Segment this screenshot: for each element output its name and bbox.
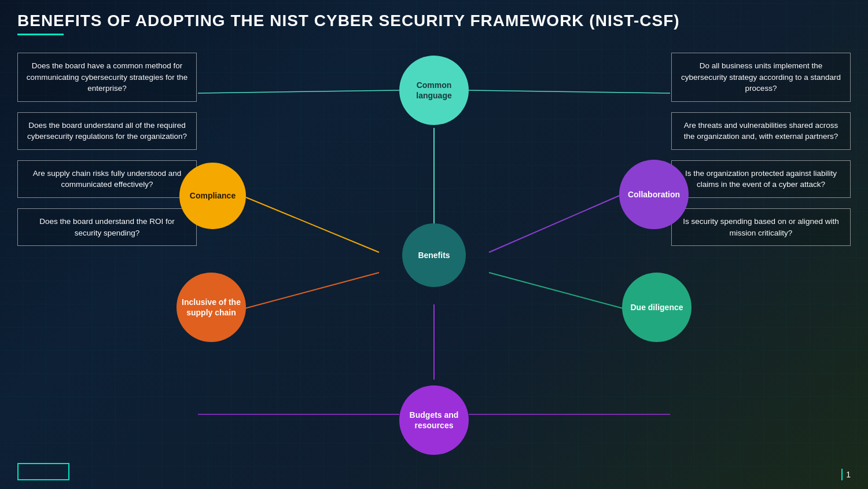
page-number: 1 <box>846 470 851 479</box>
left-question-1: Does the board have a common method for … <box>17 53 197 102</box>
left-question-4: Does the board understand the ROI for se… <box>17 208 197 246</box>
right-question-1: Do all business units implement the cybe… <box>671 53 851 102</box>
right-question-2: Are threats and vulnerabilities shared a… <box>671 112 851 150</box>
right-question-3: Is the organization protected against li… <box>671 160 851 198</box>
due-diligence-circle: Due diligence <box>622 273 692 342</box>
page-title: BENEFITS OF ADOPTING THE NIST CYBER SECU… <box>17 12 851 30</box>
left-questions: Does the board have a common method for … <box>17 47 197 246</box>
left-question-2: Does the board understand all of the req… <box>17 112 197 150</box>
inclusive-circle: Inclusive of the supply chain <box>176 273 246 342</box>
svg-line-7 <box>469 90 670 93</box>
page-divider <box>841 469 843 480</box>
right-question-4: Is security spending based on or aligned… <box>671 208 851 246</box>
svg-line-6 <box>198 90 399 93</box>
svg-line-1 <box>246 197 379 252</box>
svg-line-4 <box>489 273 623 308</box>
left-question-3: Are supply chain risks fully understood … <box>17 160 197 198</box>
budgets-circle: Budgets and resources <box>399 385 469 455</box>
collaboration-circle: Collaboration <box>619 160 689 229</box>
svg-line-3 <box>245 273 379 308</box>
svg-line-2 <box>489 194 622 252</box>
compliance-circle: Compliance <box>179 163 246 229</box>
common-language-circle: Common language <box>399 56 469 125</box>
right-questions: Do all business units implement the cybe… <box>671 47 851 246</box>
footer-rectangle <box>17 463 69 480</box>
title-underline <box>17 34 64 35</box>
center-circle: Benefits <box>402 223 466 287</box>
